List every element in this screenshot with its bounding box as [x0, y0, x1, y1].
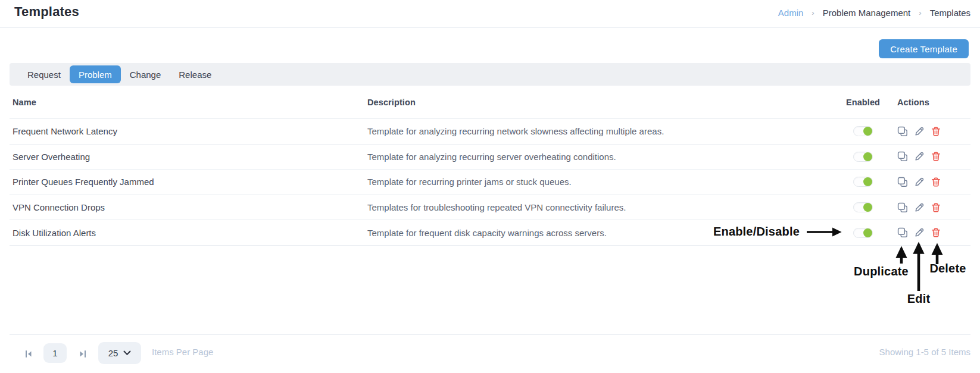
template-name: Frequent Network Latency — [10, 126, 367, 136]
tab-release[interactable]: Release — [170, 65, 220, 83]
table-row: VPN Connection Drops Templates for troub… — [10, 195, 970, 221]
annotation-duplicate: Duplicate — [845, 265, 917, 278]
create-template-button[interactable]: Create Template — [879, 39, 969, 58]
duplicate-icon[interactable] — [897, 177, 908, 187]
delete-icon[interactable] — [931, 202, 941, 213]
column-header-enabled: Enabled — [838, 98, 888, 107]
toggle-knob — [863, 177, 872, 186]
items-per-page-label: Items Per Page — [152, 347, 213, 357]
breadcrumb-separator-icon: › — [812, 8, 814, 17]
column-header-description: Description — [367, 98, 838, 107]
table-row: Server Overheating Template for analyzin… — [10, 145, 970, 170]
items-per-page-select[interactable]: 25 — [98, 342, 141, 364]
delete-icon[interactable] — [931, 126, 941, 137]
breadcrumb: Admin › Problem Management › Templates — [778, 8, 970, 18]
delete-icon[interactable] — [931, 151, 941, 162]
first-page-icon[interactable] — [24, 349, 33, 359]
template-name: VPN Connection Drops — [10, 202, 367, 212]
annotation-enable-disable: Enable/Disable — [701, 225, 800, 239]
items-per-page-value: 25 — [108, 348, 118, 358]
table-header-row: Name Description Enabled Actions — [10, 86, 970, 119]
annotation-edit: Edit — [895, 292, 942, 306]
template-description: Template for recurring printer jams or s… — [367, 177, 838, 187]
templates-page: Templates Admin › Problem Management › T… — [0, 0, 980, 373]
toggle-knob — [863, 127, 872, 136]
enabled-toggle[interactable] — [853, 202, 873, 212]
toggle-knob — [863, 152, 872, 161]
edit-icon[interactable] — [914, 151, 925, 162]
chevron-down-icon — [123, 350, 131, 356]
edit-icon[interactable] — [914, 227, 925, 238]
last-page-icon[interactable] — [78, 349, 88, 359]
template-description: Templates for troubleshooting repeated V… — [367, 202, 838, 212]
template-name: Disk Utilization Alerts — [10, 228, 367, 238]
tab-change[interactable]: Change — [121, 65, 170, 83]
showing-count: Showing 1-5 of 5 Items — [879, 347, 970, 357]
page-number-button[interactable]: 1 — [43, 343, 67, 363]
duplicate-icon[interactable] — [897, 227, 908, 238]
enabled-toggle[interactable] — [853, 152, 873, 162]
edit-icon[interactable] — [914, 202, 925, 213]
enabled-toggle[interactable] — [853, 228, 873, 238]
tab-label: Release — [179, 70, 211, 80]
delete-icon[interactable] — [931, 227, 941, 238]
duplicate-icon[interactable] — [897, 202, 908, 213]
page-title: Templates — [14, 4, 79, 20]
tab-label: Change — [130, 70, 161, 80]
column-header-name: Name — [10, 98, 367, 107]
page-header: Templates Admin › Problem Management › T… — [0, 0, 980, 28]
delete-icon[interactable] — [931, 177, 941, 187]
template-description: Template for analyzing recurring network… — [367, 126, 838, 136]
enabled-toggle[interactable] — [853, 177, 873, 187]
tab-problem[interactable]: Problem — [70, 65, 121, 83]
tab-request[interactable]: Request — [18, 65, 70, 83]
template-name: Printer Queues Frequently Jammed — [10, 177, 367, 187]
breadcrumb-separator-icon: › — [919, 8, 921, 17]
edit-icon[interactable] — [914, 126, 925, 137]
pagination-divider — [10, 334, 970, 335]
template-description: Template for analyzing recurring server … — [367, 152, 838, 162]
edit-icon[interactable] — [914, 177, 925, 187]
duplicate-icon[interactable] — [897, 126, 908, 137]
table-row: Disk Utilization Alerts Template for fre… — [10, 220, 970, 246]
breadcrumb-templates: Templates — [930, 8, 970, 18]
column-header-actions: Actions — [888, 98, 970, 107]
annotation-delete: Delete — [924, 262, 972, 275]
enabled-toggle[interactable] — [853, 126, 873, 136]
toggle-knob — [863, 203, 872, 212]
templates-table: Name Description Enabled Actions Frequen… — [10, 86, 970, 246]
tab-label: Problem — [79, 70, 112, 80]
template-name: Server Overheating — [10, 152, 367, 162]
tab-label: Request — [27, 70, 61, 80]
table-body: Frequent Network Latency Template for an… — [10, 119, 970, 246]
table-row: Printer Queues Frequently Jammed Templat… — [10, 170, 970, 195]
table-row: Frequent Network Latency Template for an… — [10, 119, 970, 145]
duplicate-icon[interactable] — [897, 151, 908, 162]
breadcrumb-problem-management[interactable]: Problem Management — [823, 8, 911, 18]
tab-bar: Request Problem Change Release — [10, 63, 970, 86]
breadcrumb-admin[interactable]: Admin — [778, 8, 804, 18]
toggle-knob — [863, 228, 872, 237]
